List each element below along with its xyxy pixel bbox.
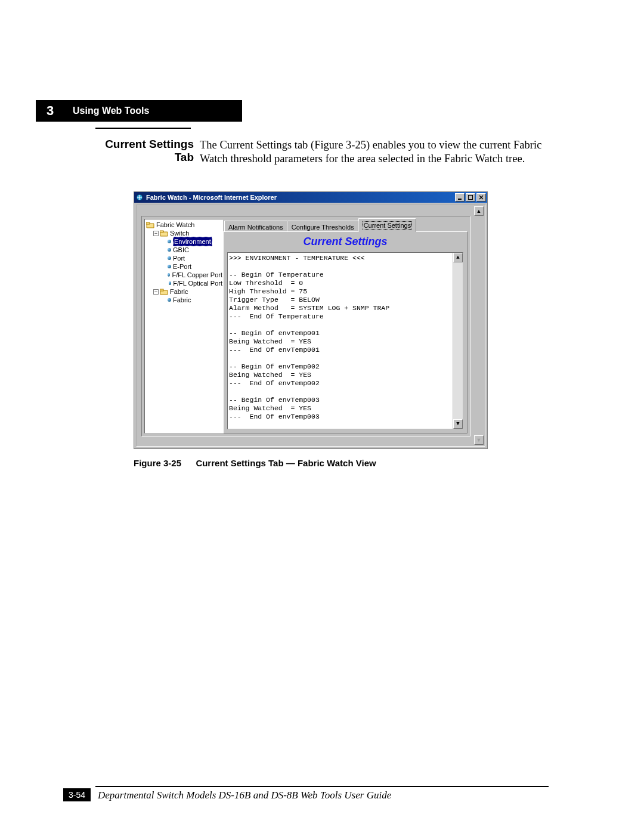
log-scrollbar[interactable]: ▲ ▼ (453, 253, 463, 429)
svg-rect-5 (160, 289, 163, 291)
tree-item[interactable]: Environment (146, 237, 222, 246)
tab-configure-thresholds[interactable]: Configure Thresholds (287, 221, 358, 233)
footer-page-number: 3-54 (63, 788, 91, 801)
tab-label: Alarm Notifications (228, 224, 283, 231)
window-title: Fabric Watch - Microsoft Internet Explor… (146, 194, 277, 201)
tree-item[interactable]: −Switch (146, 229, 222, 237)
tree-item[interactable]: E-Port (146, 262, 222, 271)
scroll-down-button[interactable]: ▼ (453, 419, 463, 429)
footer-title: Departmental Switch Models DS-16B and DS… (98, 789, 391, 801)
bullet-icon (168, 248, 171, 252)
tree-item-label: F/FL Copper Port (172, 271, 222, 279)
tree-item[interactable]: F/FL Optical Port (146, 279, 222, 287)
client-area: ▲ ▼ Fabric Watch−SwitchEnvironmentGBICPo… (136, 205, 485, 447)
section-rule (95, 128, 191, 129)
collapse-icon[interactable]: − (153, 289, 159, 295)
scroll-up-button[interactable]: ▲ (453, 253, 463, 262)
tabstrip: Alarm NotificationsConfigure ThresholdsC… (223, 219, 467, 232)
chapter-number: 3 (36, 100, 64, 122)
tree-item[interactable]: −Fabric (146, 287, 222, 296)
bullet-icon (168, 298, 171, 302)
screenshot-window: Fabric Watch - Microsoft Internet Explor… (134, 191, 488, 449)
tree-item[interactable]: Port (146, 254, 222, 262)
svg-rect-2 (469, 196, 473, 200)
figure-caption: Figure 3-25 Current Settings Tab — Fabri… (134, 458, 376, 468)
tree-item-label: GBIC (173, 246, 189, 254)
tree-item-label: E-Port (173, 262, 191, 271)
tree-item-label: Switch (170, 229, 189, 237)
bullet-icon (168, 240, 171, 243)
tab-alarm-notifications[interactable]: Alarm Notifications (224, 221, 287, 233)
svg-rect-1 (458, 199, 462, 200)
applet-panel: Fabric Watch−SwitchEnvironmentGBICPortE-… (141, 216, 470, 436)
content-pane: Alarm NotificationsConfigure ThresholdsC… (223, 219, 467, 433)
figure-title: Current Settings Tab — Fabric Watch View (196, 458, 376, 468)
section-heading: Current Settings Tab (86, 138, 194, 164)
tree-item-label: Fabric (170, 287, 188, 296)
tab-label: Configure Thresholds (292, 224, 354, 231)
svg-rect-3 (146, 222, 150, 224)
tree-item-label: Environment (173, 237, 212, 246)
folder-icon (146, 221, 154, 229)
ie-icon (135, 193, 144, 202)
outer-scroll-down-button[interactable]: ▼ (474, 435, 484, 445)
tree-pane[interactable]: Fabric Watch−SwitchEnvironmentGBICPortE-… (144, 219, 224, 433)
tree-item[interactable]: F/FL Copper Port (146, 271, 222, 279)
log-box: >>> ENVIRONMENT - TEMPERATURE <<< -- Beg… (227, 252, 463, 429)
bullet-icon (169, 281, 172, 285)
tree-item-label: Fabric Watch (156, 221, 194, 229)
tree-item-label: Fabric (173, 296, 191, 304)
svg-rect-4 (160, 231, 163, 233)
minimize-button[interactable] (455, 193, 465, 202)
bullet-icon (168, 256, 171, 260)
page: 3 Using Web Tools Current Settings Tab T… (0, 0, 644, 833)
footer-rule (95, 786, 549, 787)
maximize-button[interactable] (466, 193, 475, 202)
tab-body: Current Settings >>> ENVIRONMENT - TEMPE… (223, 231, 467, 433)
close-button[interactable] (476, 193, 486, 202)
bullet-icon (168, 273, 170, 277)
titlebar: Fabric Watch - Microsoft Internet Explor… (134, 192, 487, 203)
collapse-icon[interactable]: − (153, 231, 159, 236)
tab-label: Current Settings (363, 221, 412, 230)
bullet-icon (168, 265, 171, 268)
tree-item[interactable]: GBIC (146, 246, 222, 254)
tree-item[interactable]: Fabric Watch (146, 221, 222, 229)
figure-ref: Figure 3-25 (134, 458, 181, 468)
log-content: >>> ENVIRONMENT - TEMPERATURE <<< -- Beg… (229, 254, 452, 428)
section-body: The Current Settings tab (Figure 3-25) e… (200, 138, 546, 166)
folder-icon (160, 287, 168, 296)
tree-item[interactable]: Fabric (146, 296, 222, 304)
tree-item-label: F/FL Optical Port (173, 279, 222, 287)
outer-scroll-up-button[interactable]: ▲ (474, 206, 484, 216)
folder-icon (160, 229, 168, 237)
tab-current-settings[interactable]: Current Settings (358, 218, 416, 232)
panel-title: Current Settings (224, 232, 467, 250)
banner-title: Using Web Tools (70, 100, 149, 122)
tree-item-label: Port (173, 254, 185, 262)
